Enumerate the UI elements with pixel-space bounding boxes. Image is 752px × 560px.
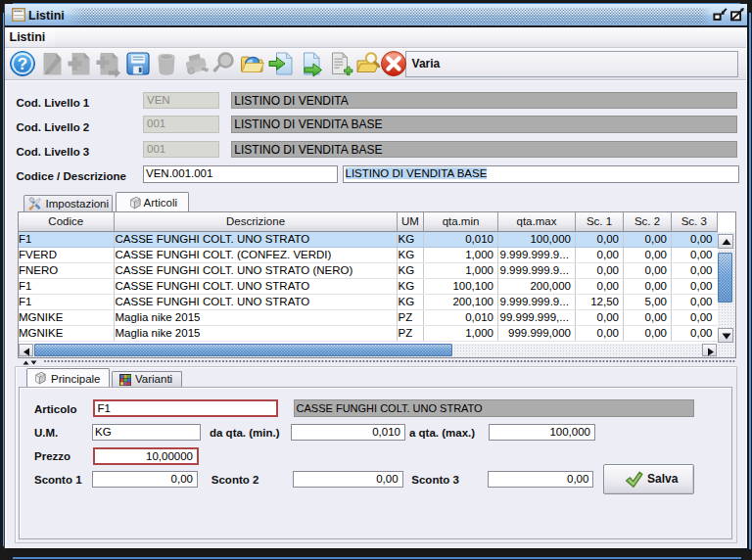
svg-text:?: ?	[18, 55, 27, 73]
